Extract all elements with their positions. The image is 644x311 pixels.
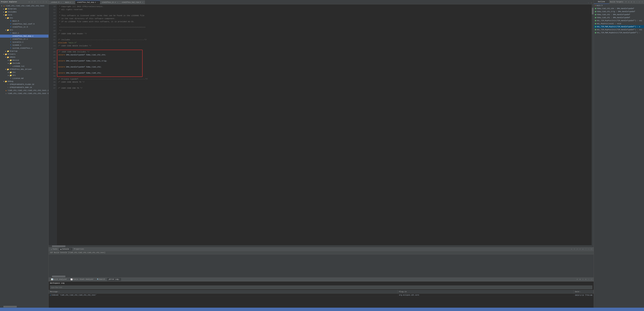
tree-item-include[interactable]: ▶ 📁 Include bbox=[0, 62, 48, 65]
explorer-horizontal-scrollbar[interactable] bbox=[0, 306, 48, 308]
tree-arrow-inc[interactable]: ▼ bbox=[5, 17, 7, 19]
console-maximize-icon[interactable]: □ bbox=[590, 248, 593, 250]
tree-item-hal-msp-c[interactable]: C stm32f4xx_hal_msp.c bbox=[0, 35, 48, 38]
tab-close-it-c[interactable]: ✕ bbox=[117, 2, 118, 3]
console-minimize-icon[interactable]: ─ bbox=[588, 248, 590, 250]
tree-item-hal-conf-h[interactable]: H stm32f4xx_hal_conf.h bbox=[0, 23, 48, 26]
tab-build-targets[interactable]: Build Targets bbox=[609, 0, 624, 4]
outline-minimize-icon[interactable]: ─ bbox=[636, 1, 638, 3]
error-toolbar-icon2[interactable]: ⊞ bbox=[579, 278, 581, 281]
tree-item-ioc[interactable]: ◉ tim5_ch1_tim2_ch2_tim3_ch1_ch2_test.io… bbox=[0, 89, 48, 92]
outline-item-main-h[interactable]: H main.h bbox=[594, 4, 644, 7]
tree-item-it-h[interactable]: H stm32f4xx_it.h bbox=[0, 26, 48, 29]
sort-arrow-message[interactable]: ↕ bbox=[58, 291, 59, 292]
error-toolbar-icon3[interactable]: ✕ bbox=[582, 278, 584, 281]
tab-close-hal-msp[interactable]: ✕ bbox=[98, 2, 98, 3]
tree-item-hal-src[interactable]: ▶ 📁 Src bbox=[0, 74, 48, 77]
tree-item-src[interactable]: ▼ 📂 Src bbox=[0, 29, 48, 32]
tree-item-ram-ld[interactable]: L STM32F405VGTX_RAM.ld bbox=[0, 86, 48, 89]
filter-input[interactable] bbox=[50, 285, 592, 289]
tab-properties[interactable]: Properties bbox=[72, 248, 85, 251]
tree-item-debug[interactable]: ▼ 📂 Debug bbox=[0, 80, 48, 83]
tree-arrow-cmsis[interactable]: ▼ bbox=[5, 56, 7, 58]
tab-close-hal-tim[interactable]: ✕ bbox=[142, 2, 143, 3]
tab-outline[interactable]: Outline bbox=[594, 0, 609, 4]
editor-vertical-scrollbar[interactable] bbox=[592, 4, 594, 245]
tab-close-main-c[interactable]: ✕ bbox=[72, 2, 73, 3]
tree-item-binaries[interactable]: ▶ 📁 Binaries bbox=[0, 8, 48, 11]
tab-it-c[interactable]: stm32f4xx_it.c ✕ bbox=[100, 1, 120, 4]
outline-icon4[interactable]: ⚙ bbox=[633, 1, 635, 3]
outline-item-hal-tim-pwm-init[interactable]: HAL_TIM_PWM_MspInit(TIM_HandleTypeDef*) … bbox=[594, 25, 644, 28]
code-editor[interactable]: * Copyright (c) 2022 STMicroelectronics.… bbox=[57, 4, 592, 245]
tab-main-c[interactable]: main.c ✕ bbox=[64, 1, 75, 4]
tree-item-system[interactable]: C system_stm32f4xx.c bbox=[0, 47, 48, 50]
console-body[interactable] bbox=[49, 254, 594, 275]
tree-arrow-includes[interactable]: ▶ bbox=[3, 11, 5, 13]
tab-console[interactable]: ▶ Console ✕ bbox=[59, 248, 72, 251]
tree-item-startup[interactable]: ▶ 📁 Startup bbox=[0, 50, 48, 53]
outline-item-hdma-tim3-ch2[interactable]: hdma_tim3_ch2 : DMA_HandleTypeDef bbox=[594, 13, 644, 16]
outline-item-hdma-tim2[interactable]: hdma_tim2_ch2_ch4 : DMA_HandleTypeDef bbox=[594, 7, 644, 10]
outline-item-hal-msp-init[interactable]: HAL_MspInit(void) : void bbox=[594, 22, 644, 25]
tree-item-core[interactable]: ▼ 📂 Core bbox=[0, 14, 48, 17]
tab-search[interactable]: 🔍 Search bbox=[96, 278, 106, 281]
outline-maximize-icon[interactable]: □ bbox=[638, 1, 641, 3]
editor-horizontal-scrollbar[interactable] bbox=[49, 245, 594, 247]
editor-v-scroll-thumb[interactable] bbox=[592, 8, 594, 15]
tab-static-stack[interactable]: 📈 Static Stack Analyzer bbox=[69, 278, 95, 281]
error-toolbar-icon4[interactable]: ⚙ bbox=[585, 278, 587, 281]
outline-item-hal-msp-post[interactable]: HAL_TIM_MspPostInit(TIM_HandleTypeDef*) … bbox=[594, 19, 644, 22]
close-icon[interactable]: ✕ bbox=[45, 1, 48, 3]
tree-arrow-drivers[interactable]: ▼ bbox=[3, 53, 5, 55]
collapse-all-icon[interactable]: ⊟ bbox=[28, 1, 30, 3]
tree-arrow-device[interactable]: ▶ bbox=[8, 59, 10, 62]
tree-arrow-hal-src[interactable]: ▶ bbox=[8, 74, 10, 77]
outline-icon1[interactable]: ⟳ bbox=[625, 1, 627, 3]
tree-arrow-hal-inc[interactable]: ▶ bbox=[8, 71, 10, 74]
tree-item-main-h[interactable]: H main.h bbox=[0, 20, 48, 23]
tree-item-device[interactable]: ▶ 📁 Device bbox=[0, 59, 48, 62]
tree-item-hal-inc[interactable]: ▶ 📁 Inc bbox=[0, 71, 48, 74]
outline-item-hdma-tim3-trig[interactable]: hdma_tim3_ch1_trig : DMA_HandleTypeDef bbox=[594, 10, 644, 13]
tree-item-license-md[interactable]: M License.md bbox=[0, 77, 48, 80]
outline-icon2[interactable]: ⊟ bbox=[628, 1, 630, 3]
editor-maximize-icon[interactable]: □ bbox=[590, 2, 593, 4]
tab-hal-msp-c[interactable]: stm32f4xx_hal_msp.c ✕ bbox=[75, 1, 100, 4]
tree-arrow-include[interactable]: ▶ bbox=[8, 62, 10, 65]
error-row-0[interactable]: ℹ Indexed 'tim5_ch1_tim2_ch2_tim3_ch1_ch… bbox=[49, 293, 594, 297]
console-close-icon[interactable]: ✕ bbox=[70, 248, 71, 250]
console-h-scrollbar[interactable] bbox=[49, 275, 594, 277]
tree-item-drivers[interactable]: ▼ 📂 Drivers bbox=[0, 53, 48, 56]
tree-item-syscalls[interactable]: C syscalls.c bbox=[0, 41, 48, 44]
maximize-icon[interactable]: □ bbox=[42, 1, 44, 3]
minimize-icon[interactable]: ─ bbox=[40, 1, 42, 3]
console-options-icon[interactable]: ⋮ bbox=[585, 248, 587, 250]
tree-arrow-core[interactable]: ▼ bbox=[3, 14, 5, 16]
tab-stdint-h[interactable]: _stdint.h ✕ bbox=[49, 1, 64, 4]
outline-item-hdma-tim5[interactable]: hdma_tim5_ch1 : DMA_HandleTypeDef bbox=[594, 16, 644, 19]
tree-arrow-binaries[interactable]: ▶ bbox=[3, 8, 5, 10]
outline-icon3[interactable]: ⊞ bbox=[630, 1, 632, 3]
tab-hal-tim-h[interactable]: stm32f4xx_hal_tim.h ✕ bbox=[120, 1, 145, 4]
tree-item-hal-driver[interactable]: ▼ 📂 STM32F4xx_HAL_Driver bbox=[0, 68, 48, 71]
console-word-wrap-icon[interactable]: ⇌ bbox=[582, 248, 584, 250]
console-scroll-down-icon[interactable]: ⬇ bbox=[579, 248, 581, 250]
tab-tasks[interactable]: ☑ Tasks bbox=[50, 248, 59, 251]
tab-close-stdint[interactable]: ✕ bbox=[61, 2, 62, 3]
tree-item-flash-ld[interactable]: L STM32F405VGTX_FLASH.ld bbox=[0, 83, 48, 86]
tree-item-root[interactable]: ▼ ◈ tim5_ch1_tim2_ch2_tim3_ch1_ch2_test bbox=[0, 4, 48, 8]
tree-item-cmsis[interactable]: ▼ 📂 CMSIS bbox=[0, 56, 48, 59]
tab-build-analyzer[interactable]: 📊 Build Analyzer bbox=[50, 278, 68, 281]
tree-item-sysmem[interactable]: C sysmem.c bbox=[0, 44, 48, 47]
error-log-close-icon[interactable]: ✕ bbox=[119, 278, 120, 280]
outline-item-hal-msp-post2[interactable]: HAL_TIM_MspPostInit(TIM_HandleTypeDef*) … bbox=[594, 28, 644, 31]
tab-error-log[interactable]: ⚠ Error Log ✕ bbox=[107, 278, 121, 281]
tree-item-it-c[interactable]: C stm32f4xx_it.c bbox=[0, 38, 48, 41]
tree-arrow-src[interactable]: ▼ bbox=[5, 29, 7, 31]
console-clear-icon[interactable]: ✕ bbox=[570, 248, 573, 250]
outline-item-hal-tim-pwm-deinit[interactable]: HAL_TIM_PWM_MspDeInit(TIM_HandleTypeDef*… bbox=[594, 31, 644, 34]
tree-arrow-hal-driver[interactable]: ▼ bbox=[5, 68, 7, 71]
editor-minimize-icon[interactable]: ─ bbox=[587, 2, 590, 4]
tree-arrow-debug[interactable]: ▼ bbox=[3, 80, 5, 83]
